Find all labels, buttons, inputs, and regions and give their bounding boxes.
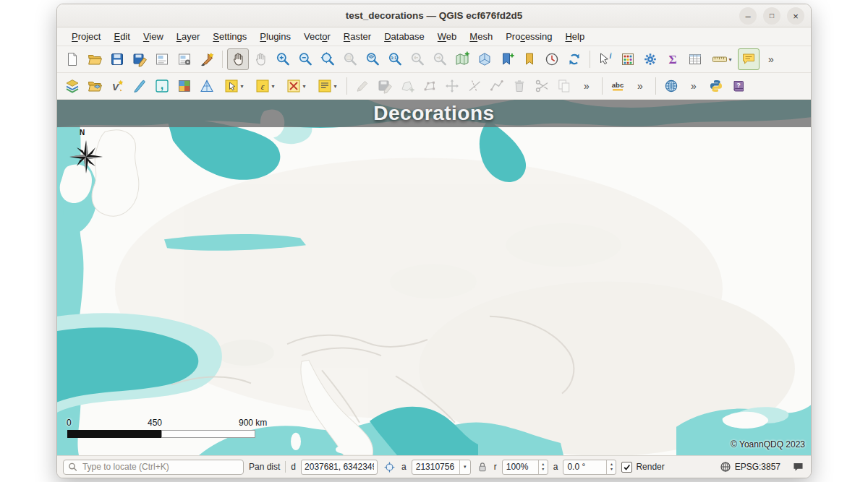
locate-search[interactable] [63, 460, 244, 475]
metasearch-button[interactable] [660, 75, 682, 97]
pan-map-button[interactable] [227, 48, 249, 70]
zoom-to-layer-button[interactable] [362, 48, 383, 70]
style-manager-icon [199, 51, 215, 67]
menu-plugins[interactable]: Plugins [254, 29, 297, 44]
minimize-button[interactable]: – [739, 7, 757, 25]
scale-combo[interactable]: 21310756 ▾ [412, 460, 471, 475]
messages-button[interactable] [791, 460, 805, 474]
select-features-button[interactable]: ▾ [218, 75, 249, 97]
zoom-out-button[interactable] [294, 48, 316, 70]
new-project-button[interactable] [61, 48, 83, 70]
add-delimited-text-layer-button[interactable]: , [151, 75, 173, 97]
show-bookmarks-button[interactable] [519, 48, 540, 70]
spin-up-icon[interactable]: ▴ [610, 462, 613, 467]
close-icon: × [793, 12, 799, 21]
coordinate-input[interactable] [301, 460, 378, 475]
toolbar-overflow-button[interactable]: » [760, 48, 782, 70]
zoom-full-button[interactable] [317, 48, 339, 70]
menu-processing[interactable]: Processing [500, 29, 558, 44]
open-project-button[interactable] [84, 48, 106, 70]
rotation-spinbox[interactable]: 0.0 ° ▴▾ [563, 460, 616, 475]
toggle-editing-icon [354, 78, 370, 94]
menu-view[interactable]: View [137, 29, 169, 44]
crs-button[interactable]: EPSG:3857 [720, 461, 780, 473]
statistical-summary-button[interactable]: Σ [662, 48, 684, 70]
toolbar-separator [346, 77, 347, 95]
map-tips-button[interactable] [738, 48, 760, 70]
data-source-manager-button[interactable] [61, 75, 83, 97]
add-layer-button[interactable] [84, 75, 106, 97]
new-print-layout-button[interactable] [151, 48, 173, 70]
select-by-form-button[interactable]: ▾ [312, 75, 342, 97]
menu-vector[interactable]: Vector [298, 29, 336, 44]
magnifier-spinbox[interactable]: 100% ▴▾ [502, 460, 548, 475]
deselect-features-button[interactable]: ▾ [281, 75, 311, 97]
pan-to-selection-button [250, 48, 271, 70]
measure-line-button[interactable]: ▾ [707, 48, 737, 70]
menu-edit[interactable]: Edit [108, 29, 135, 44]
refresh-map-button[interactable] [563, 48, 585, 70]
processing-toolbox-button[interactable] [639, 48, 661, 70]
deselect-features-icon [286, 78, 302, 94]
add-raster-layer-button[interactable] [174, 75, 195, 97]
plugins-overflow-icon: » [686, 78, 702, 94]
menu-layer[interactable]: Layer [171, 29, 206, 44]
copy-features-button [553, 75, 575, 97]
help-contents-button[interactable]: ? [728, 75, 749, 97]
zoom-native-icon: 1:1 [387, 51, 403, 67]
scalebar-decoration: 0 450 900 km [67, 418, 276, 441]
spin-up-icon[interactable]: ▴ [542, 462, 544, 467]
save-project-as-button[interactable] [129, 48, 150, 70]
move-feature-button [441, 75, 463, 97]
zoom-in-icon [275, 51, 291, 67]
map-tips-icon [741, 51, 757, 67]
new-shapefile-layer-button[interactable]: V [106, 75, 128, 97]
delete-selected-icon [511, 78, 527, 94]
menu-settings[interactable]: Settings [207, 29, 252, 44]
extents-toggle-button[interactable] [383, 460, 396, 474]
svg-text:1:1: 1:1 [391, 56, 397, 60]
python-console-button[interactable] [705, 75, 727, 97]
menu-database[interactable]: Database [378, 29, 430, 44]
select-by-expression-button[interactable]: ε▾ [250, 75, 280, 97]
plugins-overflow-button[interactable]: » [683, 75, 705, 97]
new-3d-map-view-button[interactable] [474, 48, 495, 70]
save-project-button[interactable] [106, 48, 128, 70]
field-calculator-button[interactable] [617, 48, 639, 70]
magnifier-label: r [494, 462, 497, 472]
show-layout-manager-button[interactable] [174, 48, 195, 70]
menu-project[interactable]: Project [66, 29, 106, 44]
add-mesh-layer-button[interactable] [196, 75, 218, 97]
pan-map-icon [230, 51, 246, 67]
title-decoration-text: Decorations [373, 102, 494, 125]
add-delimited-text-layer-icon: , [154, 78, 170, 94]
identify-features-button[interactable]: i [595, 48, 616, 70]
close-button[interactable]: × [787, 7, 804, 25]
open-attribute-table-button[interactable] [684, 48, 706, 70]
temporal-controller-button[interactable] [541, 48, 563, 70]
zoom-native-button[interactable]: 1:1 [384, 48, 406, 70]
zoom-full-icon [320, 51, 336, 67]
zoom-in-button[interactable] [272, 48, 294, 70]
maximize-button[interactable]: □ [763, 7, 780, 25]
menu-mesh[interactable]: Mesh [464, 29, 498, 44]
style-manager-button[interactable] [196, 48, 218, 70]
new-spatial-bookmark-button[interactable] [496, 48, 518, 70]
render-checkbox[interactable]: Render [621, 462, 664, 473]
labeling-toolbar-button[interactable]: abc [607, 75, 629, 97]
toolbar-overflow-icon: » [763, 51, 779, 67]
spin-down-icon[interactable]: ▾ [610, 467, 613, 472]
combo-arrow-icon[interactable]: ▾ [459, 460, 470, 474]
menu-raster[interactable]: Raster [338, 29, 377, 44]
digitizing-overflow-button[interactable]: » [576, 75, 597, 97]
menu-help[interactable]: Help [559, 29, 590, 44]
lock-scale-button[interactable] [476, 460, 489, 473]
menu-web[interactable]: Web [432, 29, 463, 44]
map-canvas[interactable]: Decorations N 0 450 900 km © YoannQDQ 20… [57, 100, 811, 456]
spin-down-icon[interactable]: ▾ [542, 467, 544, 472]
locate-input[interactable] [81, 461, 239, 473]
title-bar[interactable]: test_decorations — QGIS ecf676fd2d5 – □ … [57, 4, 811, 27]
labeling-overflow-button[interactable]: » [629, 75, 651, 97]
new-map-view-button[interactable] [451, 48, 473, 70]
new-geopackage-layer-button[interactable] [129, 75, 150, 97]
